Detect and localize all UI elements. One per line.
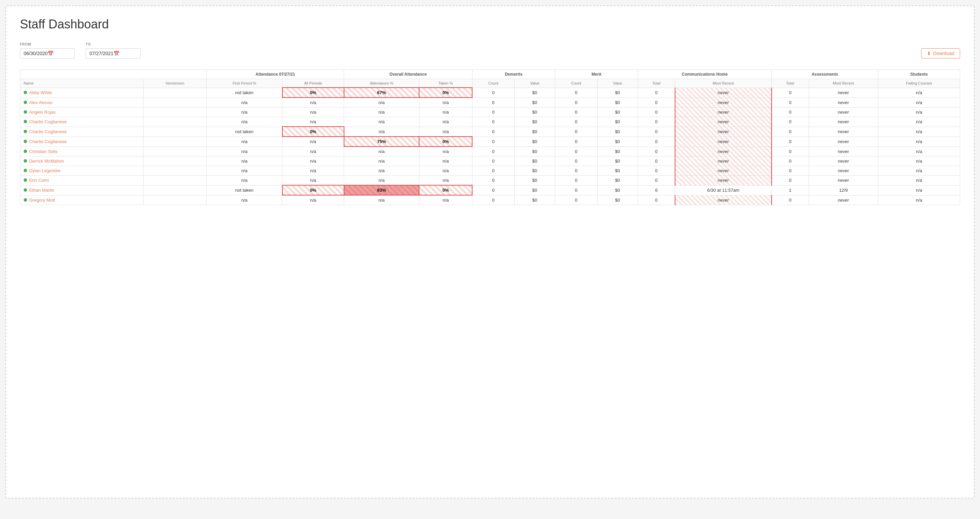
status-dot <box>24 188 27 192</box>
dem-count-cell: 0 <box>472 166 514 176</box>
all-periods-cell: n/a <box>282 98 344 108</box>
assess-recent-cell: 12/9 <box>809 185 878 195</box>
student-name-link[interactable]: Angelo Rojas <box>29 110 56 115</box>
homeroom-cell <box>143 88 207 98</box>
table-row: Abby Whitenot taken0%67%0%0$00$00never0n… <box>20 88 960 98</box>
failing-courses-cell: n/a <box>878 108 960 117</box>
attendance-pct-cell: 75% <box>344 136 419 146</box>
assess-recent-cell: never <box>809 127 878 136</box>
failing-courses-cell: n/a <box>878 117 960 127</box>
from-date-input[interactable]: 06/30/2020 📅 <box>20 48 75 59</box>
status-dot <box>24 101 27 104</box>
th-assessments-group: Assessments <box>772 70 878 79</box>
assess-recent-cell: never <box>809 117 878 127</box>
failing-courses-cell: n/a <box>878 195 960 205</box>
dem-value-cell: $0 <box>514 146 555 156</box>
student-name-link[interactable]: Alex Alonso <box>29 100 52 105</box>
name-cell: Erin Cohn <box>20 176 143 186</box>
th-assess-total: Total <box>772 79 809 88</box>
student-name-link[interactable]: Erin Cohn <box>29 178 49 183</box>
dem-value-cell: $0 <box>514 136 555 146</box>
failing-courses-cell: n/a <box>878 136 960 146</box>
download-button[interactable]: ⬇ Download <box>921 48 960 59</box>
attendance-pct-cell: n/a <box>344 127 419 136</box>
name-cell: Christian Solis <box>20 146 143 156</box>
from-date-value: 06/30/2020 <box>24 51 48 56</box>
student-name-link[interactable]: Dylan Legendre <box>29 168 60 173</box>
th-comm-total: Total <box>638 79 675 88</box>
dem-count-cell: 0 <box>472 98 514 108</box>
merit-value-cell: $0 <box>597 108 638 117</box>
student-name-link[interactable]: Gregory Mott <box>29 198 55 203</box>
th-merit-group: Merit <box>555 70 638 79</box>
assess-recent-cell: never <box>809 195 878 205</box>
dem-value-cell: $0 <box>514 88 555 98</box>
assess-recent-cell: never <box>809 146 878 156</box>
name-cell: Gregory Mott <box>20 195 143 205</box>
dem-value-cell: $0 <box>514 185 555 195</box>
student-name-link[interactable]: Abby White <box>29 90 52 95</box>
homeroom-cell <box>143 185 207 195</box>
taken-pct-cell: n/a <box>419 176 472 186</box>
comm-recent-cell: 6/30 at 11:57am <box>675 185 772 195</box>
assess-total-cell: 0 <box>772 136 809 146</box>
dem-value-cell: $0 <box>514 108 555 117</box>
assess-total-cell: 0 <box>772 156 809 166</box>
dem-count-cell: 0 <box>472 88 514 98</box>
assess-total-cell: 0 <box>772 98 809 108</box>
th-comm-group: Communications Home <box>638 70 772 79</box>
from-label: FROM <box>20 43 75 46</box>
from-calendar-icon[interactable]: 📅 <box>48 51 71 56</box>
all-periods-cell: n/a <box>282 136 344 146</box>
group-header-row: Attendance 07/27/21 Overall Attendance D… <box>20 70 960 79</box>
student-name-link[interactable]: Charlie Coglianese <box>29 129 67 134</box>
assess-recent-cell: never <box>809 176 878 186</box>
to-calendar-icon[interactable]: 📅 <box>113 51 137 56</box>
dem-count-cell: 0 <box>472 185 514 195</box>
assess-total-cell: 1 <box>772 185 809 195</box>
table-row: Derrick McMahonn/an/an/an/a0$00$00never0… <box>20 156 960 166</box>
student-name-link[interactable]: Ethan Martin <box>29 187 54 193</box>
table-row: Alex Alonson/an/an/an/a0$00$00never0neve… <box>20 98 960 108</box>
attendance-pct-cell: n/a <box>344 98 419 108</box>
homeroom-cell <box>143 98 207 108</box>
dem-value-cell: $0 <box>514 127 555 136</box>
merit-count-cell: 0 <box>555 108 597 117</box>
student-name-link[interactable]: Christian Solis <box>29 149 57 154</box>
comm-recent-cell: never <box>675 108 772 117</box>
failing-courses-cell: n/a <box>878 176 960 186</box>
first-period-cell: not taken <box>207 127 282 136</box>
homeroom-cell <box>143 117 207 127</box>
status-dot <box>24 130 27 133</box>
comm-recent-cell: never <box>675 166 772 176</box>
to-date-value: 07/27/2021 <box>89 51 113 56</box>
taken-pct-cell: n/a <box>419 127 472 136</box>
homeroom-cell <box>143 108 207 117</box>
student-name-link[interactable]: Charlie Coglianese <box>29 119 67 124</box>
student-name-link[interactable]: Derrick McMahon <box>29 159 64 163</box>
comm-recent-cell: never <box>675 146 772 156</box>
first-period-cell: n/a <box>207 176 282 186</box>
comm-total-cell: 0 <box>638 127 675 136</box>
student-name-link[interactable]: Charlie Coglianese <box>29 139 67 144</box>
homeroom-cell <box>143 127 207 136</box>
merit-value-cell: $0 <box>597 185 638 195</box>
merit-count-cell: 0 <box>555 176 597 186</box>
failing-courses-cell: n/a <box>878 127 960 136</box>
status-dot <box>24 169 27 172</box>
merit-count-cell: 0 <box>555 98 597 108</box>
comm-total-cell: 0 <box>638 146 675 156</box>
merit-count-cell: 0 <box>555 136 597 146</box>
attendance-pct-cell: 67% <box>344 88 419 98</box>
first-period-cell: n/a <box>207 108 282 117</box>
merit-value-cell: $0 <box>597 117 638 127</box>
all-periods-cell: n/a <box>282 195 344 205</box>
to-date-input[interactable]: 07/27/2021 📅 <box>86 48 140 59</box>
page-container: Staff Dashboard FROM 06/30/2020 📅 TO 07/… <box>5 5 975 498</box>
status-dot <box>24 110 27 114</box>
homeroom-cell <box>143 136 207 146</box>
page-title: Staff Dashboard <box>20 17 960 32</box>
name-cell: Alex Alonso <box>20 98 143 108</box>
taken-pct-cell: 0% <box>419 88 472 98</box>
comm-total-cell: 0 <box>638 98 675 108</box>
